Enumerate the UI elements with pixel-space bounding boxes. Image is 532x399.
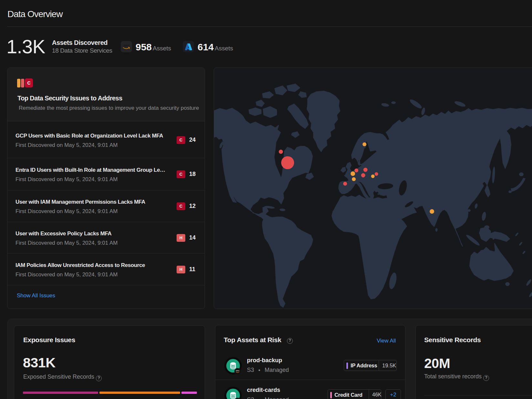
svg-text:aws: aws [123,44,129,47]
svg-text:aws: aws [236,370,240,372]
